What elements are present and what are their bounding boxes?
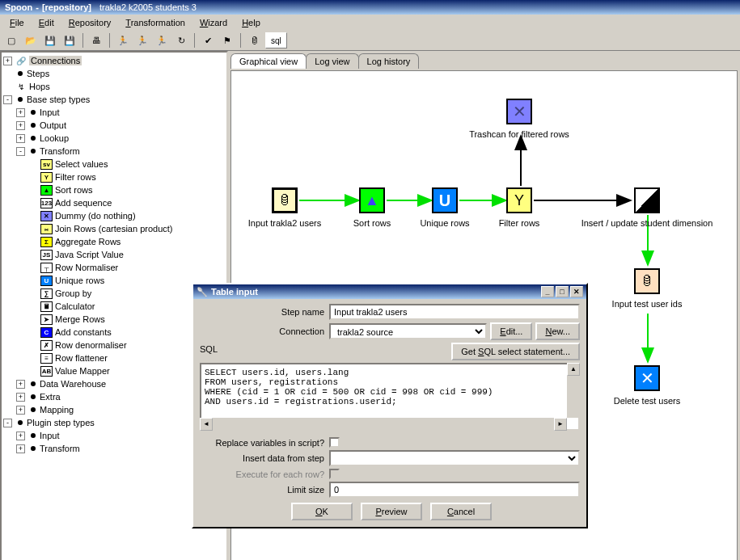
step-icon: 🖩	[40, 301, 53, 312]
tree-label: Base step types	[27, 95, 90, 104]
tree-item[interactable]: +🔗Connections	[3, 54, 225, 67]
db-icon[interactable]: 🛢	[246, 32, 262, 48]
expand-icon[interactable]: +	[16, 134, 25, 143]
tree-item[interactable]: ↯Hops	[3, 80, 225, 93]
insert-from-select[interactable]	[329, 450, 580, 466]
insert-update-icon	[634, 187, 660, 213]
tree-item[interactable]: ┬Row Normaliser	[3, 261, 225, 274]
tree-item[interactable]: ▲Sort rows	[3, 183, 225, 196]
spoon-icon: 🥄	[197, 287, 208, 297]
expand-icon[interactable]: -	[16, 147, 25, 156]
get-sql-button[interactable]: Get SQL select statement...	[451, 343, 580, 360]
node-testids[interactable]: 🛢 Input test user ids	[634, 268, 660, 297]
step-icon: Σ	[40, 237, 53, 247]
minimize-icon[interactable]: _	[541, 286, 554, 297]
titlebar: Spoon - [repository] trakla2 k2005 stude…	[0, 0, 740, 15]
menu-edit[interactable]: Edit	[32, 16, 61, 29]
maximize-icon[interactable]: □	[556, 286, 569, 297]
expand-icon[interactable]: +	[16, 393, 25, 402]
tree-item[interactable]: -Base step types	[3, 93, 225, 106]
dot-icon	[18, 71, 23, 76]
tableinput-icon: 🛢	[272, 187, 298, 213]
menu-help[interactable]: Help	[235, 16, 267, 29]
tree-item[interactable]: ⨝Join Rows (cartesian product)	[3, 222, 225, 235]
node-sort[interactable]: ▲ Sort rows	[359, 187, 385, 217]
save-icon[interactable]: 💾	[42, 32, 58, 48]
tree-label: Add sequence	[55, 198, 112, 208]
saveas-icon[interactable]: 💾	[61, 32, 78, 48]
cancel-button[interactable]: Cancel	[430, 503, 492, 520]
edit-connection-button[interactable]: Edit...	[490, 322, 532, 340]
step-icon: ≡	[40, 353, 53, 364]
tree-item[interactable]: +Lookup	[3, 132, 225, 145]
expand-icon[interactable]: -	[3, 95, 12, 104]
impact-icon[interactable]: ⚑	[219, 32, 235, 48]
tree-item[interactable]: ✕Dummy (do nothing)	[3, 209, 225, 222]
node-trashcan[interactable]: ✕ Trashcan for filtered rows	[506, 99, 532, 128]
open-icon[interactable]: 📂	[23, 32, 39, 48]
tree-item[interactable]: YFilter rows	[3, 171, 225, 183]
ok-button[interactable]: OK	[291, 503, 353, 520]
sort-icon: ▲	[359, 187, 385, 213]
tree-item[interactable]: 123Add sequence	[3, 196, 225, 209]
app-name: Spoon	[5, 2, 32, 12]
scrollbar-v[interactable]: ▲	[567, 363, 580, 418]
menu-file[interactable]: File	[3, 16, 31, 29]
menu-transformation[interactable]: Transformation	[119, 16, 192, 29]
expand-icon[interactable]: -	[3, 419, 12, 427]
menu-repository[interactable]: Repository	[62, 16, 118, 29]
tree-item[interactable]: Steps	[3, 67, 225, 80]
expand-icon[interactable]: +	[16, 406, 25, 415]
expand-icon[interactable]: +	[16, 380, 25, 389]
tree-item[interactable]: -Transform	[3, 145, 225, 158]
limit-input[interactable]	[329, 482, 580, 498]
preview-button[interactable]: Preview	[361, 503, 422, 520]
tab-loghistory[interactable]: Log history	[358, 53, 420, 69]
expand-icon[interactable]: +	[16, 108, 25, 117]
expand-icon[interactable]: +	[3, 57, 12, 65]
sql-button[interactable]: sql	[265, 32, 287, 48]
tree-label: Lookup	[40, 133, 69, 143]
replace-vars-checkbox[interactable]	[329, 437, 340, 448]
expand-icon[interactable]: +	[16, 121, 25, 130]
tree-item[interactable]: +Output	[3, 119, 225, 132]
preview-icon[interactable]: 🏃	[134, 32, 150, 48]
step-name-input[interactable]	[329, 304, 580, 320]
replace-vars-label: Replace variables in script?	[200, 438, 329, 448]
tab-graphical[interactable]: Graphical view	[230, 53, 307, 69]
node-filter[interactable]: Y Filter rows	[506, 187, 532, 217]
dialog-titlebar[interactable]: 🥄 Table input _ □ ✕	[193, 284, 586, 299]
limit-label: Limit size	[200, 485, 329, 495]
tree-label: Input	[40, 431, 59, 440]
tableinput2-icon: 🛢	[634, 268, 660, 294]
dot-icon	[31, 149, 36, 154]
tree-label: Merge Rows	[55, 314, 105, 324]
new-connection-button[interactable]: New...	[535, 322, 580, 340]
tree-label: Output	[40, 120, 66, 130]
tree-label: Connections	[29, 56, 82, 65]
run-icon[interactable]: 🏃	[115, 32, 131, 48]
new-icon[interactable]: ▢	[3, 32, 19, 48]
tab-logview[interactable]: Log view	[306, 53, 358, 69]
print-icon[interactable]: 🖶	[88, 32, 104, 48]
tree-item[interactable]: JSJava Script Value	[3, 248, 225, 261]
menu-wizard[interactable]: Wizard	[193, 16, 234, 29]
node-delete[interactable]: ✕ Delete test users	[634, 365, 660, 394]
replay-icon[interactable]: ↻	[173, 32, 189, 48]
node-insert[interactable]: Insert / update student dimension	[634, 187, 660, 217]
tree-item[interactable]: +Input	[3, 106, 225, 119]
tree-item[interactable]: svSelect values	[3, 158, 225, 171]
node-unique[interactable]: U Unique rows	[432, 187, 458, 217]
tree-label: Steps	[27, 69, 49, 78]
connection-select[interactable]: trakla2 source	[329, 323, 487, 339]
node-input[interactable]: 🛢 Input trakla2 users	[272, 187, 298, 217]
expand-icon[interactable]: +	[16, 432, 25, 440]
debug-icon[interactable]: 🏃	[154, 32, 170, 48]
tree-label: Data Warehouse	[40, 379, 106, 389]
check-icon[interactable]: ✔	[200, 32, 216, 48]
scrollbar-h[interactable]: ◄►	[200, 418, 567, 431]
expand-icon[interactable]: +	[16, 444, 25, 453]
each-row-checkbox	[329, 469, 340, 479]
close-icon[interactable]: ✕	[570, 286, 583, 297]
tree-item[interactable]: ΣAggregate Rows	[3, 235, 225, 248]
